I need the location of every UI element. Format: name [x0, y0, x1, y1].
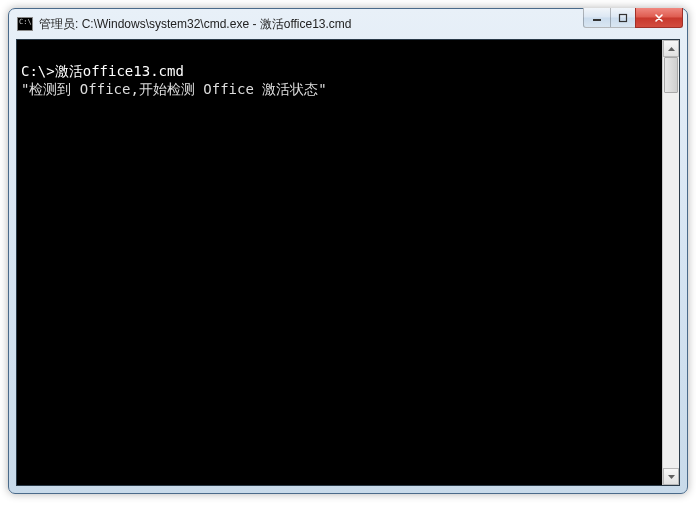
- console-prompt-line: C:\>激活office13.cmd: [21, 63, 184, 79]
- scroll-down-button[interactable]: [663, 468, 679, 485]
- window-controls: [584, 8, 683, 28]
- close-button[interactable]: [635, 8, 683, 28]
- maximize-button[interactable]: [610, 8, 636, 28]
- console-output[interactable]: C:\>激活office13.cmd "检测到 Office,开始检测 Offi…: [17, 40, 662, 485]
- cmd-window: C:\ 管理员: C:\Windows\system32\cmd.exe - 激…: [8, 8, 688, 494]
- minimize-button[interactable]: [583, 8, 611, 28]
- vertical-scrollbar[interactable]: [662, 40, 679, 485]
- scroll-track[interactable]: [663, 57, 679, 468]
- scroll-up-button[interactable]: [663, 40, 679, 57]
- titlebar[interactable]: C:\ 管理员: C:\Windows\system32\cmd.exe - 激…: [9, 9, 687, 39]
- svg-rect-0: [593, 19, 601, 21]
- client-area: C:\>激活office13.cmd "检测到 Office,开始检测 Offi…: [16, 39, 680, 486]
- cmd-icon: C:\: [17, 17, 33, 31]
- scroll-thumb[interactable]: [664, 57, 678, 93]
- svg-rect-1: [620, 14, 627, 21]
- console-output-line: "检测到 Office,开始检测 Office 激活状态": [21, 81, 327, 97]
